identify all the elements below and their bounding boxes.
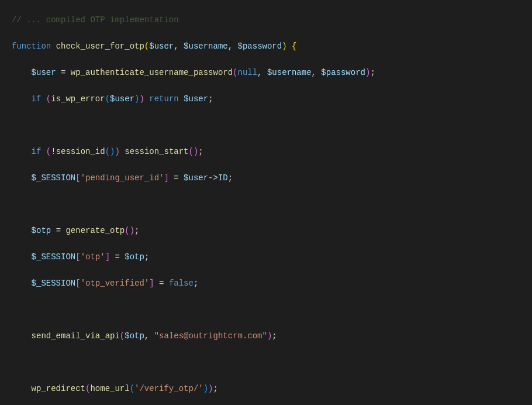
fn-call: home_url — [90, 384, 129, 393]
code-line: if (is_wp_error($user)) return $user; — [12, 92, 520, 106]
var: $user — [184, 173, 208, 183]
fn-call: wp_authenticate_username_password — [71, 68, 233, 77]
var: $_SESSION — [32, 252, 76, 262]
keyword-if: if — [32, 147, 42, 156]
function-name: check_user_for_otp — [56, 42, 144, 51]
string: 'otp' — [81, 252, 105, 262]
var: $_SESSION — [32, 279, 76, 288]
fn-call: session_start — [125, 147, 188, 156]
var: $_SESSION — [32, 173, 76, 183]
param: $password — [238, 42, 282, 51]
code-line: $_SESSION['pending_user_id'] = $user->ID… — [12, 171, 520, 185]
var: $user — [110, 94, 134, 104]
code-line: wp_redirect(home_url('/verify_otp/')); — [12, 382, 520, 396]
code-line — [12, 119, 520, 132]
var: $password — [321, 68, 365, 77]
code-line: send_email_via_api($otp, "sales@outright… — [12, 330, 520, 343]
string: 'pending_user_id' — [81, 173, 164, 183]
var: $otp — [32, 226, 51, 235]
var: $user — [184, 94, 208, 104]
null-literal: null — [238, 68, 258, 77]
bool-literal: false — [169, 279, 194, 288]
keyword-function: function — [12, 42, 51, 51]
var: $otp — [125, 252, 144, 262]
code-line: $user = wp_authenticate_username_passwor… — [12, 66, 520, 80]
param: $username — [184, 42, 228, 51]
var: $user — [32, 68, 56, 77]
code-editor-viewport[interactable]: // ... compiled OTP implementation funct… — [0, 0, 532, 405]
fn-call: generate_otp — [65, 226, 125, 235]
fn-call: wp_redirect — [32, 384, 85, 393]
code-line: if (!session_id()) session_start(); — [12, 145, 520, 159]
string: "sales@outrightcrm.com" — [154, 331, 267, 341]
code-line: $_SESSION['otp'] = $otp; — [12, 250, 520, 264]
code-line — [12, 356, 520, 369]
code-line — [12, 198, 520, 211]
fn-call: send_email_via_api — [32, 331, 120, 341]
code-line: $_SESSION['otp_verified'] = false; — [12, 277, 520, 290]
keyword-if: if — [32, 94, 42, 104]
param: $user — [149, 42, 174, 51]
comment-text: // ... compiled OTP implementation — [12, 15, 179, 25]
prop: ID — [218, 173, 228, 183]
var: $otp — [125, 331, 144, 341]
string: '/verify_otp/' — [134, 384, 203, 393]
code-line: // ... compiled OTP implementation — [12, 13, 520, 27]
fn-call: session_id — [56, 147, 105, 156]
var: $username — [267, 68, 312, 77]
string: 'otp_verified' — [81, 279, 150, 288]
fn-call: is_wp_error — [51, 94, 105, 104]
keyword-return: return — [149, 94, 178, 104]
code-line: $otp = generate_otp(); — [12, 224, 520, 238]
code-line — [12, 303, 520, 317]
code-line: function check_user_for_otp($user, $user… — [12, 40, 520, 53]
